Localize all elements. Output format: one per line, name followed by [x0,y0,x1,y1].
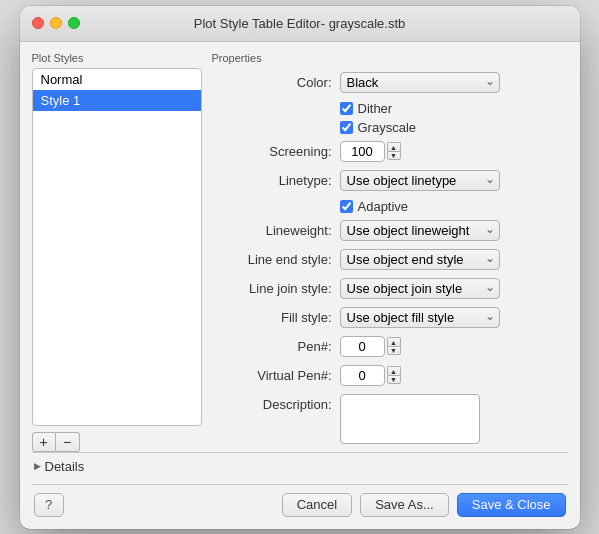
linetype-label: Linetype: [212,173,332,188]
footer: ? Cancel Save As... Save & Close [32,484,568,519]
adaptive-label: Adaptive [358,199,409,214]
details-label: Details [45,459,85,474]
maximize-button[interactable] [68,17,80,29]
grayscale-label: Grayscale [358,120,417,135]
screening-up-arrow[interactable]: ▲ [387,142,401,151]
color-row: Color: Black [212,72,568,93]
save-close-button[interactable]: Save & Close [457,493,566,517]
description-control [340,394,480,444]
details-section[interactable]: ▶ Details [32,452,568,480]
lineweight-select[interactable]: Use object lineweight [340,220,500,241]
screening-input[interactable] [340,141,385,162]
line-join-style-select[interactable]: Use object join style [340,278,500,299]
main-area: Plot Styles Normal Style 1 + − Propertie… [32,52,568,452]
description-input[interactable] [340,394,480,444]
dither-label: Dither [358,101,393,116]
plot-styles-list: Normal Style 1 [32,68,202,426]
description-row: Description: [212,394,568,444]
virtual-pen-input[interactable] [340,365,385,386]
line-end-style-select[interactable]: Use object end style [340,249,500,270]
dither-row: Dither [340,101,568,116]
fill-style-label: Fill style: [212,310,332,325]
help-button[interactable]: ? [34,493,64,517]
dither-checkbox[interactable] [340,102,353,115]
add-style-button[interactable]: + [32,432,56,452]
fill-style-row: Fill style: Use object fill style [212,307,568,328]
virtual-pen-down-arrow[interactable]: ▼ [387,375,401,384]
save-as-button[interactable]: Save As... [360,493,449,517]
virtual-pen-row: Virtual Pen#: ▲ ▼ [212,365,568,386]
window-title: Plot Style Table Editor- grayscale.stb [194,16,405,31]
properties-label: Properties [212,52,568,64]
virtual-pen-spinner: ▲ ▼ [340,365,401,386]
close-button[interactable] [32,17,44,29]
virtual-pen-up-arrow[interactable]: ▲ [387,366,401,375]
linetype-select-wrapper: Use object linetype [340,170,500,191]
virtual-pen-label: Virtual Pen#: [212,368,332,383]
properties-content: Color: Black Dither [212,72,568,452]
screening-spinner: ▲ ▼ [340,141,401,162]
fill-style-control: Use object fill style [340,307,500,328]
pen-control: ▲ ▼ [340,336,401,357]
minimize-button[interactable] [50,17,62,29]
line-end-style-label: Line end style: [212,252,332,267]
pen-up-arrow[interactable]: ▲ [387,337,401,346]
traffic-lights [32,17,80,29]
lineweight-label: Lineweight: [212,223,332,238]
pen-spinner: ▲ ▼ [340,336,401,357]
pen-row: Pen#: ▲ ▼ [212,336,568,357]
pen-down-arrow[interactable]: ▼ [387,346,401,355]
adaptive-row: Adaptive [340,199,568,214]
left-panel: Plot Styles Normal Style 1 + − [32,52,202,452]
cancel-button[interactable]: Cancel [282,493,352,517]
line-join-style-label: Line join style: [212,281,332,296]
line-end-style-control: Use object end style [340,249,500,270]
lineweight-select-wrapper: Use object lineweight [340,220,500,241]
line-end-style-row: Line end style: Use object end style [212,249,568,270]
lineweight-row: Lineweight: Use object lineweight [212,220,568,241]
main-window: Plot Style Table Editor- grayscale.stb P… [20,6,580,529]
color-label: Color: [212,75,332,90]
window-body: Plot Styles Normal Style 1 + − Propertie… [20,42,580,529]
screening-label: Screening: [212,144,332,159]
plot-styles-label: Plot Styles [32,52,202,64]
pen-label: Pen#: [212,339,332,354]
fill-style-select[interactable]: Use object fill style [340,307,500,328]
color-control: Black [340,72,500,93]
virtual-pen-control: ▲ ▼ [340,365,401,386]
screening-down-arrow[interactable]: ▼ [387,151,401,160]
chevron-right-icon: ▶ [34,461,41,471]
lineweight-control: Use object lineweight [340,220,500,241]
linetype-row: Linetype: Use object linetype [212,170,568,191]
grayscale-row: Grayscale [340,120,568,135]
color-select[interactable]: Black [340,72,500,93]
virtual-pen-arrows: ▲ ▼ [387,366,401,384]
pen-input[interactable] [340,336,385,357]
line-join-style-select-wrapper: Use object join style [340,278,500,299]
line-join-style-row: Line join style: Use object join style [212,278,568,299]
list-item-style1[interactable]: Style 1 [33,90,201,111]
screening-control: ▲ ▼ [340,141,401,162]
list-item-normal[interactable]: Normal [33,69,201,90]
linetype-control: Use object linetype [340,170,500,191]
right-panel: Properties Color: Black [212,52,568,452]
screening-row: Screening: ▲ ▼ [212,141,568,162]
color-select-wrapper: Black [340,72,500,93]
pen-arrows: ▲ ▼ [387,337,401,355]
line-end-style-select-wrapper: Use object end style [340,249,500,270]
screening-arrows: ▲ ▼ [387,142,401,160]
remove-style-button[interactable]: − [56,432,80,452]
adaptive-checkbox[interactable] [340,200,353,213]
linetype-select[interactable]: Use object linetype [340,170,500,191]
fill-style-select-wrapper: Use object fill style [340,307,500,328]
description-label: Description: [212,397,332,412]
titlebar: Plot Style Table Editor- grayscale.stb [20,6,580,42]
grayscale-checkbox[interactable] [340,121,353,134]
list-controls: + − [32,432,202,452]
line-join-style-control: Use object join style [340,278,500,299]
